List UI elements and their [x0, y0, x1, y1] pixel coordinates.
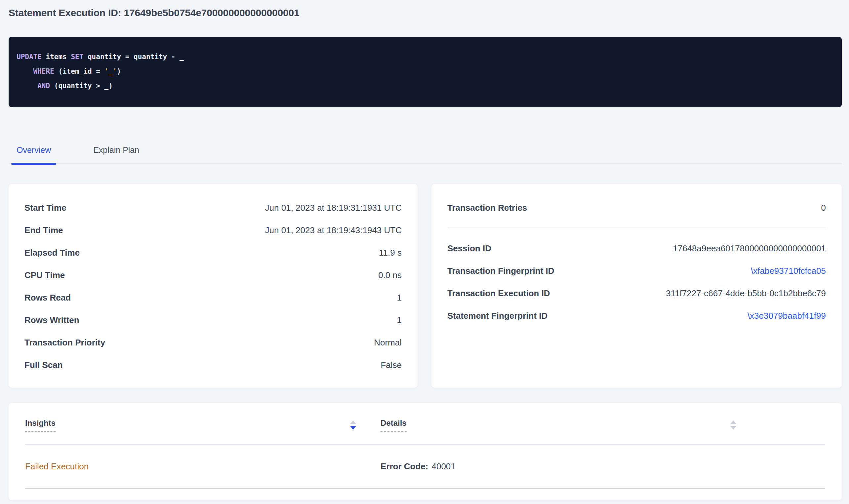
details-column-header[interactable]: Details	[381, 418, 738, 432]
stat-value: Jun 01, 2023 at 18:19:43:1943 UTC	[265, 225, 402, 235]
stat-value: 0.0 ns	[378, 270, 402, 281]
sql-text: (quantity > _)	[50, 82, 113, 90]
stat-row-elapsed-time: Elapsed Time 11.9 s	[24, 241, 402, 264]
error-code-value: 40001	[431, 462, 455, 471]
stat-value: 0	[821, 203, 826, 213]
detail-text: Error Code:40001	[381, 462, 455, 472]
sql-statement-box: UPDATE items SET quantity = quantity - _…	[8, 37, 842, 107]
sql-keyword: UPDATE	[17, 53, 42, 61]
stat-row-transaction-priority: Transaction Priority Normal	[24, 331, 402, 354]
sort-icon-details[interactable]	[729, 419, 738, 431]
sql-text: )	[117, 67, 121, 75]
stat-label: Start Time	[24, 203, 67, 213]
transaction-fingerprint-link[interactable]: \xfabe93710fcfca05	[751, 266, 826, 276]
stat-label: Elapsed Time	[24, 248, 80, 258]
stat-row-start-time: Start Time Jun 01, 2023 at 18:19:31:1931…	[24, 197, 402, 219]
stat-row-rows-written: Rows Written 1	[24, 309, 402, 331]
sql-keyword: WHERE	[33, 67, 54, 75]
stat-label: Full Scan	[24, 360, 63, 370]
stat-label: Statement Fingerprint ID	[447, 311, 548, 321]
sql-text: (item_id =	[54, 67, 104, 75]
stat-row-statement-fingerprint-id: Statement Fingerprint ID \x3e3079baabf41…	[447, 305, 826, 327]
tab-explain-plan[interactable]: Explain Plan	[88, 145, 144, 163]
tab-bar: Overview Explain Plan	[8, 145, 842, 164]
stat-label: Transaction Priority	[24, 338, 105, 348]
sql-line-2: WHERE (item_id = '_')	[17, 64, 834, 78]
details-column-label: Details	[381, 418, 406, 432]
stat-label: Transaction Execution ID	[447, 288, 550, 299]
stat-row-cpu-time: CPU Time 0.0 ns	[24, 264, 402, 286]
sort-desc-triangle-icon	[350, 426, 356, 430]
tab-overview-label: Overview	[17, 145, 51, 155]
sql-indent	[17, 82, 37, 90]
sql-line-1: UPDATE items SET quantity = quantity - _	[17, 50, 834, 64]
sort-desc-triangle-icon	[730, 426, 736, 430]
stat-label: Transaction Fingerprint ID	[447, 266, 554, 276]
sql-text: quantity = quantity - _	[83, 53, 184, 61]
stat-label: End Time	[24, 225, 63, 235]
stat-label: Rows Read	[24, 293, 71, 303]
stat-value: 1	[397, 293, 402, 303]
insights-table-card: Insights Details Failed Execution Error …	[8, 403, 842, 500]
stat-value: False	[381, 360, 402, 370]
stat-label: Transaction Retries	[447, 203, 527, 213]
stat-label: Rows Written	[24, 315, 79, 325]
sort-icon-insights[interactable]	[349, 419, 358, 431]
stat-row-transaction-execution-id: Transaction Execution ID 311f7227-c667-4…	[447, 282, 826, 305]
stat-value: 17648a9eea6017800000000000000001	[673, 244, 826, 254]
insight-cell: Failed Execution	[25, 462, 358, 472]
stat-value: 311f7227-c667-4dde-b5bb-0c1b2bbe6c79	[666, 288, 826, 299]
error-code-label: Error Code:	[381, 462, 428, 471]
sql-line-3: AND (quantity > _)	[17, 78, 834, 93]
stat-label: Session ID	[447, 244, 491, 254]
stat-row-end-time: End Time Jun 01, 2023 at 18:19:43:1943 U…	[24, 219, 402, 241]
statement-execution-page: Statement Execution ID: 17649be5b0754e70…	[0, 0, 849, 500]
sql-string-literal: '_'	[104, 67, 117, 75]
execution-stats-card: Start Time Jun 01, 2023 at 18:19:31:1931…	[8, 184, 418, 388]
overview-cards: Start Time Jun 01, 2023 at 18:19:31:1931…	[8, 184, 842, 388]
statement-fingerprint-link[interactable]: \x3e3079baabf41f99	[747, 311, 826, 321]
stat-row-session-id: Session ID 17648a9eea6017800000000000000…	[447, 237, 826, 259]
detail-cell: Error Code:40001	[381, 462, 738, 472]
stat-row-rows-read: Rows Read 1	[24, 286, 402, 309]
sql-keyword: SET	[71, 53, 83, 61]
stat-row-full-scan: Full Scan False	[24, 354, 402, 376]
sql-indent	[17, 67, 33, 75]
insights-column-label: Insights	[25, 418, 55, 432]
insights-column-header[interactable]: Insights	[25, 418, 358, 432]
stat-value: 11.9 s	[379, 248, 402, 258]
transaction-ids-card: Transaction Retries 0 Session ID 17648a9…	[431, 184, 842, 388]
stat-row-transaction-retries: Transaction Retries 0	[447, 197, 826, 219]
page-title: Statement Execution ID: 17649be5b0754e70…	[8, 7, 842, 18]
insights-table-header: Insights Details	[25, 403, 825, 445]
sort-asc-triangle-icon	[730, 420, 736, 424]
active-tab-underline	[11, 163, 56, 165]
tab-overview[interactable]: Overview	[11, 145, 56, 163]
insight-type-text: Failed Execution	[25, 462, 89, 472]
card-divider	[447, 228, 826, 228]
stat-label: CPU Time	[24, 270, 65, 281]
stat-value: Jun 01, 2023 at 18:19:31:1931 UTC	[265, 203, 402, 213]
sort-asc-triangle-icon	[350, 420, 356, 424]
insight-table-row: Failed Execution Error Code:40001	[25, 445, 825, 489]
stat-value: Normal	[374, 338, 402, 348]
stat-row-transaction-fingerprint-id: Transaction Fingerprint ID \xfabe93710fc…	[447, 259, 826, 282]
stat-value: 1	[397, 315, 402, 325]
sql-text: items	[42, 53, 71, 61]
tab-explain-plan-label: Explain Plan	[93, 145, 139, 155]
sql-keyword: AND	[37, 82, 50, 90]
